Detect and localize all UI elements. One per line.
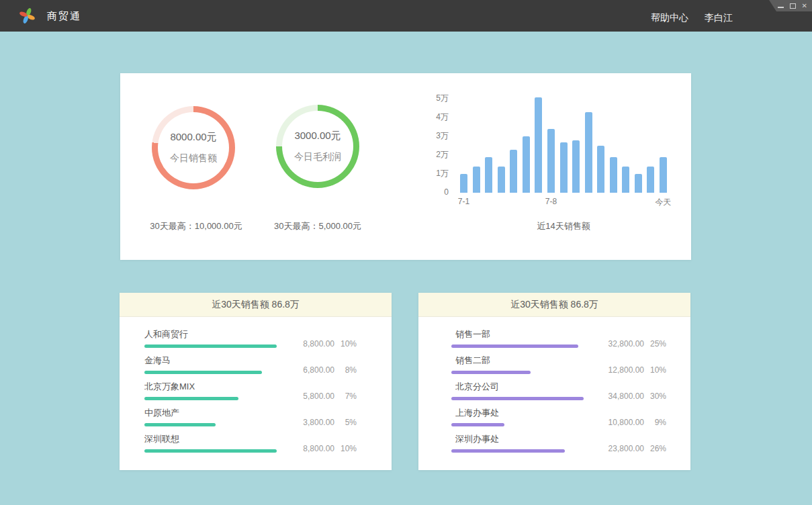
rank-item-bar: [451, 371, 531, 374]
app-title: 商贸通: [47, 10, 81, 23]
close-icon[interactable]: ✕: [802, 3, 807, 9]
bar: [622, 167, 629, 193]
rank-item: 深圳联想8,800.0010%: [144, 434, 357, 453]
x-axis-label: 今天: [656, 197, 672, 208]
rank-item-percent: 8%: [334, 365, 357, 375]
rank-item-values: 10,800.009%: [590, 418, 666, 427]
rank-item-label: 深圳办事处: [455, 434, 666, 445]
minimize-icon[interactable]: [778, 7, 784, 8]
y-axis-tick: 3万: [426, 132, 449, 140]
rank-item-value: 8,800.00: [281, 339, 334, 349]
y-axis-tick: 1万: [426, 169, 449, 177]
bar: [585, 112, 592, 193]
bar: [610, 157, 617, 193]
rank-item-percent: 30%: [644, 392, 666, 401]
rank-item: 销售二部12,800.0010%: [451, 355, 666, 374]
y-axis-tick: 0: [426, 188, 449, 196]
bar: [560, 142, 568, 193]
rank-item-percent: 26%: [644, 444, 666, 453]
rank-item-percent: 10%: [334, 444, 357, 453]
bar: [510, 150, 517, 193]
donut-today-profit-center: 3000.00元 今日毛利润: [282, 111, 353, 182]
rank-item-bar: [451, 397, 584, 400]
today-sales-label: 今日销售额: [170, 152, 217, 165]
bar-chart-title: 近14天销售额: [460, 220, 667, 232]
bar: [535, 97, 542, 193]
bar: [485, 157, 492, 193]
rank-item-percent: 5%: [334, 418, 357, 427]
bar: [660, 157, 667, 193]
ranking-card-customers-list: 人和商贸行8,800.0010%金海马6,800.008%北京万象MIX5,80…: [120, 317, 392, 453]
bar: [547, 129, 555, 193]
rank-item-values: 34,800.0030%: [590, 392, 666, 401]
ranking-card-customers: 近30天销售额 86.8万 人和商贸行8,800.0010%金海马6,800.0…: [120, 293, 392, 470]
rank-item-label: 人和商贸行: [144, 329, 357, 340]
rank-item-values: 8,800.0010%: [281, 444, 357, 453]
rank-item: 中原地产3,800.005%: [144, 408, 357, 426]
rank-item-label: 深圳联想: [144, 434, 357, 445]
rank-item-values: 12,800.0010%: [590, 365, 666, 375]
rank-item-percent: 7%: [334, 392, 357, 401]
rank-item-values: 6,800.008%: [281, 365, 357, 375]
titlebar-menu: 帮助中心 李白江: [651, 12, 733, 24]
app-logo-pinwheel-icon: [18, 7, 36, 25]
donut-today-profit: 3000.00元 今日毛利润: [276, 105, 359, 188]
help-center-link[interactable]: 帮助中心: [651, 12, 688, 24]
rank-item-value: 5,800.00: [281, 392, 334, 401]
rank-item: 金海马6,800.008%: [144, 355, 357, 374]
rank-item-label: 金海马: [144, 355, 357, 366]
rank-item-bar: [144, 397, 238, 400]
rank-item: 北京万象MIX5,800.007%: [144, 381, 357, 400]
bar: [597, 146, 604, 193]
rank-item-label: 销售二部: [455, 355, 666, 366]
bar: [460, 174, 467, 193]
user-name-link[interactable]: 李白江: [705, 12, 733, 24]
kpi-card: 8000.00元 今日销售额 30天最高：10,000.00元 3000.00元…: [120, 73, 691, 260]
rank-item-values: 23,800.0026%: [590, 444, 666, 453]
ranking-card-departments: 近30天销售额 86.8万 销售一部32,800.0025%销售二部12,800…: [418, 293, 690, 470]
rank-item-bar: [144, 371, 262, 374]
rank-item-value: 23,800.00: [590, 444, 644, 453]
y-axis-tick: 5万: [426, 94, 449, 102]
rank-item-label: 中原地产: [144, 408, 357, 418]
today-profit-value: 3000.00元: [294, 130, 341, 142]
rank-item: 上海办事处10,800.009%: [451, 408, 666, 426]
rank-item: 深圳办事处23,800.0026%: [451, 434, 666, 453]
today-profit-label: 今日毛利润: [294, 151, 341, 163]
rank-item-values: 5,800.007%: [281, 392, 357, 401]
rank-item-value: 32,800.00: [590, 339, 644, 349]
rank-item-label: 北京万象MIX: [144, 381, 357, 392]
today-profit-30d-max: 30天最高：5,000.00元: [244, 220, 392, 232]
rank-item-value: 34,800.00: [590, 392, 644, 401]
bar: [473, 167, 480, 193]
rank-item-value: 3,800.00: [281, 418, 334, 427]
rank-item: 北京分公司34,800.0030%: [451, 381, 666, 400]
rank-item-label: 销售一部: [455, 329, 666, 340]
x-axis-label: 7-8: [545, 197, 557, 206]
bar: [523, 136, 530, 193]
rank-item-bar: [144, 345, 277, 348]
donut-today-sales: 8000.00元 今日销售额: [152, 106, 235, 189]
x-axis-label: 7-1: [458, 197, 469, 206]
ranking-card-departments-title: 近30天销售额 86.8万: [418, 293, 690, 317]
rank-item-percent: 10%: [644, 365, 666, 375]
rank-item-value: 10,800.00: [590, 418, 644, 427]
bar: [635, 174, 642, 193]
bar: [647, 167, 654, 193]
rank-item: 人和商贸行8,800.0010%: [144, 329, 357, 348]
ranking-card-customers-title: 近30天销售额 86.8万: [120, 293, 392, 317]
rank-item-value: 6,800.00: [281, 365, 334, 375]
rank-item-values: 32,800.0025%: [590, 339, 666, 349]
titlebar: 商贸通 帮助中心 李白江 ✕: [0, 0, 812, 32]
rank-item-values: 3,800.005%: [281, 418, 357, 427]
y-axis-tick: 2万: [426, 150, 449, 158]
rank-item-label: 上海办事处: [455, 408, 666, 418]
ranking-card-departments-list: 销售一部32,800.0025%销售二部12,800.0010%北京分公司34,…: [418, 317, 690, 453]
rank-item-bar: [451, 449, 565, 453]
maximize-icon[interactable]: [790, 3, 796, 9]
rank-item-value: 12,800.00: [590, 365, 644, 375]
window-controls: ✕: [769, 0, 812, 11]
rank-item-value: 8,800.00: [281, 444, 334, 453]
rank-item-bar: [144, 423, 216, 426]
rank-item-percent: 10%: [334, 339, 357, 349]
